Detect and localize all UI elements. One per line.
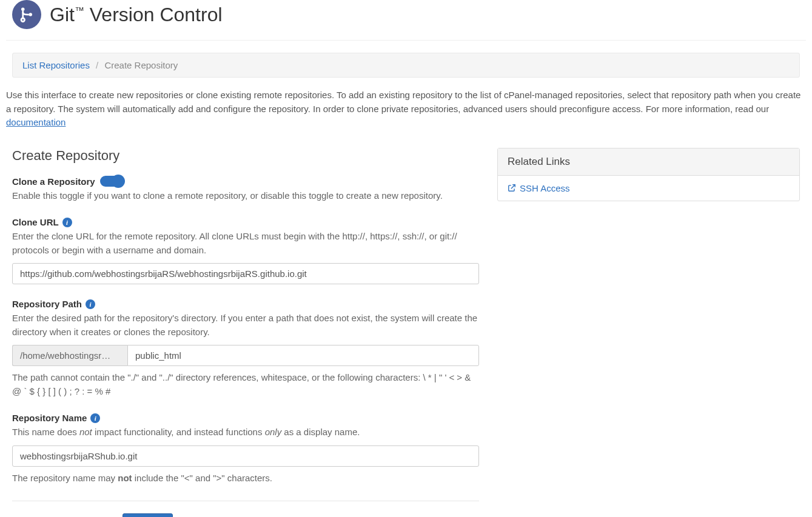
repo-path-label: Repository Path	[12, 299, 82, 309]
info-icon[interactable]: i	[62, 218, 72, 227]
clone-url-group: Clone URL i Enter the clone URL for the …	[12, 217, 479, 284]
clone-toggle-label: Clone a Repository	[12, 176, 95, 187]
clone-toggle-group: Clone a Repository Enable this toggle if…	[12, 176, 479, 203]
repo-path-help: Enter the desired path for the repositor…	[12, 312, 479, 339]
repo-name-input[interactable]	[12, 445, 479, 467]
repo-path-prefix: /home/webhostingsr…	[12, 345, 127, 366]
repo-path-group: Repository Path i Enter the desired path…	[12, 299, 479, 398]
intro-text: Use this interface to create new reposit…	[6, 88, 806, 130]
breadcrumb-current: Create Repository	[104, 60, 178, 70]
repo-name-hint: The repository name may not include the …	[12, 472, 479, 485]
external-link-icon	[508, 184, 516, 192]
section-title: Create Repository	[12, 148, 479, 164]
breadcrumb: List Repositories / Create Repository	[12, 53, 800, 78]
page-header: Git™ Version Control	[6, 0, 806, 41]
page-title: Git™ Version Control	[50, 4, 223, 26]
repo-path-hint: The path cannot contain the "./" and "..…	[12, 371, 479, 398]
related-links-panel: Related Links SSH Access	[497, 148, 800, 201]
ssh-access-link[interactable]: SSH Access	[508, 183, 790, 193]
info-icon[interactable]: i	[90, 413, 100, 423]
breadcrumb-separator: /	[92, 60, 102, 70]
svg-point-2	[29, 13, 33, 16]
clone-url-label: Clone URL	[12, 217, 59, 227]
breadcrumb-list-repositories[interactable]: List Repositories	[22, 60, 90, 70]
clone-toggle-help: Enable this toggle if you want to clone …	[12, 189, 479, 203]
clone-url-input[interactable]	[12, 263, 479, 284]
form-actions: Create Another Create Return to Reposito…	[12, 513, 479, 517]
info-icon[interactable]: i	[86, 299, 95, 309]
documentation-link[interactable]: documentation	[6, 117, 65, 127]
repo-name-help: This name does not impact functionality,…	[12, 425, 479, 439]
clone-toggle[interactable]	[100, 176, 124, 187]
related-links-title: Related Links	[498, 148, 799, 176]
svg-point-1	[21, 18, 25, 22]
git-icon	[12, 0, 41, 29]
create-button[interactable]: Create	[122, 513, 173, 517]
divider	[12, 501, 479, 501]
svg-point-0	[21, 8, 25, 12]
clone-url-help: Enter the clone URL for the remote repos…	[12, 230, 479, 257]
ssh-access-label: SSH Access	[520, 183, 570, 193]
repo-path-input[interactable]	[127, 345, 479, 366]
repo-name-label: Repository Name	[12, 413, 87, 423]
repo-name-group: Repository Name i This name does not imp…	[12, 413, 479, 485]
